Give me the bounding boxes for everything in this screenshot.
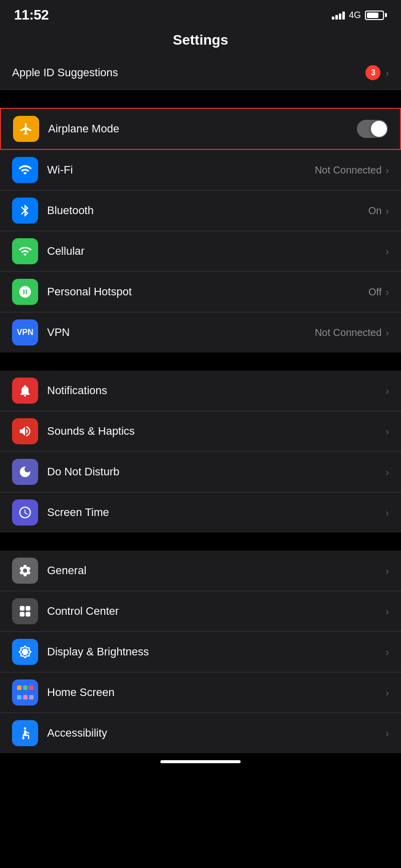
general-label: General — [47, 564, 385, 577]
do-not-disturb-row[interactable]: Do Not Disturb › — [0, 452, 401, 492]
home-screen-icon-bg — [12, 679, 38, 706]
display-brightness-row[interactable]: Display & Brightness › — [0, 632, 401, 672]
general-row[interactable]: General › — [0, 551, 401, 591]
cellular-icon — [18, 244, 32, 258]
section-gap-1 — [0, 90, 401, 108]
dnd-icon-bg — [12, 459, 38, 485]
vpn-icon-bg: VPN — [12, 319, 38, 345]
notifications-icon — [18, 384, 32, 398]
moon-icon — [18, 465, 32, 479]
notifications-row[interactable]: Notifications › — [0, 371, 401, 411]
hotspot-icon-bg — [12, 279, 38, 305]
home-bar — [160, 760, 241, 763]
sounds-icon — [18, 424, 32, 438]
personal-hotspot-chevron-icon: › — [385, 286, 389, 298]
home-screen-label: Home Screen — [47, 686, 385, 699]
personal-hotspot-label: Personal Hotspot — [47, 285, 368, 298]
display-brightness-label: Display & Brightness — [47, 645, 385, 658]
cellular-chevron-icon: › — [385, 246, 389, 257]
control-center-chevron-icon: › — [385, 606, 389, 617]
home-screen-row[interactable]: Home Screen › — [0, 672, 401, 713]
cellular-icon-bg — [12, 238, 38, 264]
notifications-label: Notifications — [47, 384, 385, 397]
hotspot-icon — [18, 285, 32, 299]
general-section: General › Control Center › Display & Bri… — [0, 551, 401, 753]
bluetooth-chevron-icon: › — [385, 205, 389, 217]
gear-icon — [18, 564, 32, 578]
airplane-icon — [19, 122, 33, 136]
screen-time-icon-bg — [12, 499, 38, 526]
accessibility-chevron-icon: › — [385, 728, 389, 739]
connectivity-section: Airplane Mode Wi-Fi Not Connected › Blue… — [0, 108, 401, 353]
home-indicator — [0, 753, 401, 768]
display-chevron-icon: › — [385, 646, 389, 658]
airplane-mode-row[interactable]: Airplane Mode — [0, 108, 401, 150]
section-gap-2 — [0, 353, 401, 371]
general-icon-bg — [12, 558, 38, 584]
accessibility-row[interactable]: Accessibility › — [0, 713, 401, 753]
screen-time-label: Screen Time — [47, 506, 385, 519]
control-center-icon-bg — [12, 598, 38, 624]
accessibility-label: Accessibility — [47, 727, 385, 740]
accessibility-icon-bg — [12, 720, 38, 746]
airplane-mode-label: Airplane Mode — [48, 122, 357, 135]
display-icon-bg — [12, 639, 38, 665]
vpn-row[interactable]: VPN VPN Not Connected › — [0, 312, 401, 353]
wifi-value: Not Connected — [315, 164, 381, 176]
display-icon — [18, 645, 32, 659]
do-not-disturb-label: Do Not Disturb — [47, 465, 385, 478]
apple-id-badge: 3 — [365, 65, 380, 80]
notifications-icon-bg — [12, 378, 38, 404]
notifications-chevron-icon: › — [385, 385, 389, 397]
notifications-section: Notifications › Sounds & Haptics › Do No… — [0, 371, 401, 533]
cellular-row[interactable]: Cellular › — [0, 231, 401, 272]
apple-id-label: Apple ID Suggestions — [12, 66, 118, 79]
status-icons: 4G — [332, 10, 387, 21]
svg-rect-3 — [26, 612, 30, 616]
status-time: 11:52 — [14, 7, 49, 23]
accessibility-icon — [18, 726, 32, 740]
control-center-row[interactable]: Control Center › — [0, 591, 401, 632]
sounds-haptics-label: Sounds & Haptics — [47, 425, 385, 438]
signal-bars-icon — [332, 11, 345, 20]
toggle-knob — [371, 121, 387, 137]
sounds-chevron-icon: › — [385, 426, 389, 437]
home-screen-chevron-icon: › — [385, 687, 389, 699]
general-chevron-icon: › — [385, 565, 389, 577]
screen-time-chevron-icon: › — [385, 507, 389, 518]
wifi-row[interactable]: Wi-Fi Not Connected › — [0, 150, 401, 191]
wifi-chevron-icon: › — [385, 164, 389, 176]
wifi-icon-bg — [12, 157, 38, 183]
vpn-label: VPN — [47, 326, 315, 339]
svg-rect-0 — [20, 606, 25, 611]
section-gap-3 — [0, 533, 401, 551]
vpn-value: Not Connected — [315, 327, 381, 338]
dnd-chevron-icon: › — [385, 466, 389, 478]
sounds-haptics-row[interactable]: Sounds & Haptics › — [0, 411, 401, 452]
page-title-area: Settings — [0, 28, 401, 56]
apple-id-chevron-icon: › — [385, 67, 389, 79]
airplane-mode-icon — [13, 116, 39, 142]
bluetooth-icon-bg — [12, 198, 38, 224]
personal-hotspot-value: Off — [368, 286, 381, 298]
battery-icon — [365, 11, 387, 20]
bluetooth-icon — [18, 204, 32, 218]
svg-rect-2 — [20, 612, 25, 616]
bluetooth-row[interactable]: Bluetooth On › — [0, 191, 401, 231]
screen-time-row[interactable]: Screen Time › — [0, 492, 401, 533]
airplane-mode-toggle[interactable] — [357, 120, 388, 138]
vpn-label-icon: VPN — [17, 328, 34, 337]
wifi-icon — [18, 163, 32, 177]
screentime-icon — [18, 505, 32, 519]
control-center-label: Control Center — [47, 605, 385, 618]
personal-hotspot-row[interactable]: Personal Hotspot Off › — [0, 272, 401, 312]
apple-id-suggestions-row[interactable]: Apple ID Suggestions 3 › — [0, 56, 401, 90]
page-title: Settings — [173, 32, 228, 48]
status-bar: 11:52 4G — [0, 0, 401, 28]
network-label: 4G — [349, 10, 361, 21]
svg-rect-1 — [26, 606, 30, 611]
bluetooth-label: Bluetooth — [47, 204, 368, 217]
wifi-label: Wi-Fi — [47, 163, 315, 177]
cellular-label: Cellular — [47, 245, 385, 258]
bluetooth-value: On — [368, 205, 382, 217]
